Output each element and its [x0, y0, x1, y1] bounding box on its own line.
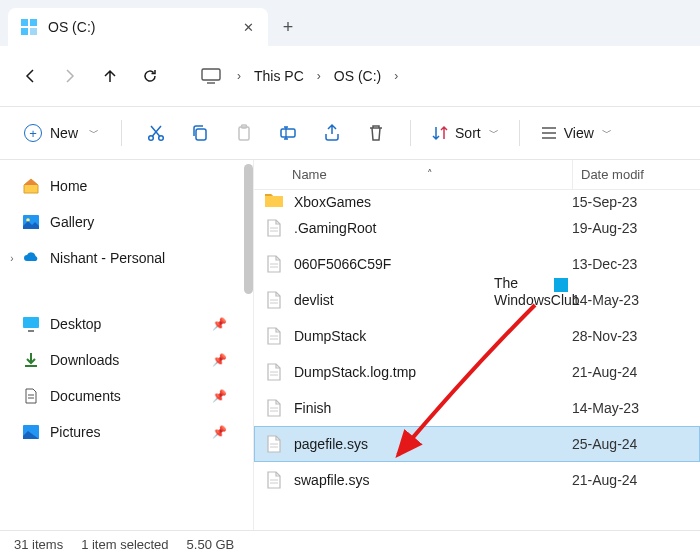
- column-date[interactable]: Date modif: [581, 167, 644, 182]
- command-toolbar: + New ﹀ Sort ﹀ View ﹀: [0, 106, 700, 160]
- file-date: 19-Aug-23: [572, 220, 637, 236]
- drive-icon: [20, 18, 38, 36]
- onedrive-icon: [22, 249, 40, 267]
- expand-icon[interactable]: ›: [4, 253, 20, 264]
- file-date: 14-May-23: [572, 400, 639, 416]
- sidebar-item-home[interactable]: Home: [4, 168, 249, 204]
- chevron-right-icon[interactable]: ›: [308, 69, 330, 83]
- chevron-down-icon: ﹀: [489, 126, 499, 140]
- file-name: pagefile.sys: [294, 436, 572, 452]
- column-name[interactable]: Name: [292, 167, 327, 182]
- tab-bar: OS (C:) ✕ +: [0, 0, 700, 46]
- pictures-icon: [22, 423, 40, 441]
- watermark-text: TheWindowsClub: [494, 275, 580, 309]
- table-row[interactable]: DumpStack28-Nov-23: [254, 318, 700, 354]
- cut-button[interactable]: [134, 113, 178, 153]
- file-date: 25-Aug-24: [572, 436, 637, 452]
- sidebar-scrollbar[interactable]: [244, 164, 253, 294]
- paste-button[interactable]: [222, 113, 266, 153]
- share-button[interactable]: [310, 113, 354, 153]
- view-label: View: [564, 125, 594, 141]
- refresh-button[interactable]: [130, 56, 170, 96]
- file-date: 21-Aug-24: [572, 472, 637, 488]
- gallery-icon: [22, 213, 40, 231]
- close-tab-icon[interactable]: ✕: [243, 20, 254, 35]
- content-area: Home Gallery › Nishant - Personal Deskto…: [0, 160, 700, 530]
- sidebar-item-onedrive[interactable]: › Nishant - Personal: [4, 240, 249, 276]
- svg-point-6: [159, 136, 164, 141]
- chevron-right-icon[interactable]: ›: [385, 69, 407, 83]
- sidebar-item-label: Home: [50, 178, 87, 194]
- file-date: 15-Sep-23: [572, 194, 637, 210]
- downloads-icon: [22, 351, 40, 369]
- breadcrumb-segment-thispc[interactable]: This PC: [250, 68, 308, 84]
- svg-rect-8: [239, 127, 249, 140]
- new-button[interactable]: + New ﹀: [14, 115, 109, 151]
- delete-button[interactable]: [354, 113, 398, 153]
- svg-rect-13: [23, 317, 39, 328]
- chevron-down-icon: ﹀: [89, 126, 99, 140]
- new-tab-button[interactable]: +: [268, 8, 308, 46]
- svg-rect-3: [30, 28, 37, 35]
- navigation-bar: › This PC › OS (C:) ›: [0, 46, 700, 106]
- svg-rect-4: [202, 69, 220, 80]
- chevron-right-icon[interactable]: ›: [228, 69, 250, 83]
- column-header[interactable]: Name˄ Date modif: [254, 160, 700, 190]
- back-button[interactable]: [10, 56, 50, 96]
- up-button[interactable]: [90, 56, 130, 96]
- rename-button[interactable]: [266, 113, 310, 153]
- breadcrumb[interactable]: › This PC › OS (C:) ›: [200, 56, 407, 96]
- sidebar-item-label: Documents: [50, 388, 121, 404]
- sidebar-item-label: Gallery: [50, 214, 94, 230]
- pin-icon[interactable]: 📌: [212, 389, 227, 403]
- divider: [121, 120, 122, 146]
- sort-label: Sort: [455, 125, 481, 141]
- desktop-icon: [22, 315, 40, 333]
- forward-button[interactable]: [50, 56, 90, 96]
- file-list: XboxGames15-Sep-23.GamingRoot19-Aug-2306…: [254, 190, 700, 498]
- file-name: DumpStack: [294, 328, 572, 344]
- sidebar: Home Gallery › Nishant - Personal Deskto…: [0, 160, 253, 530]
- sidebar-item-label: Desktop: [50, 316, 101, 332]
- table-row[interactable]: .GamingRoot19-Aug-23: [254, 210, 700, 246]
- copy-button[interactable]: [178, 113, 222, 153]
- status-bar: 31 items 1 item selected 5.50 GB: [0, 530, 700, 557]
- active-tab[interactable]: OS (C:) ✕: [8, 8, 268, 46]
- file-list-panel: Name˄ Date modif XboxGames15-Sep-23.Gami…: [253, 160, 700, 530]
- status-size: 5.50 GB: [187, 537, 235, 552]
- view-button[interactable]: View ﹀: [532, 115, 620, 151]
- file-name: .GamingRoot: [294, 220, 572, 236]
- plus-icon: +: [24, 124, 42, 142]
- table-row[interactable]: devlist14-May-23: [254, 282, 700, 318]
- table-row[interactable]: DumpStack.log.tmp21-Aug-24: [254, 354, 700, 390]
- table-row[interactable]: XboxGames15-Sep-23: [254, 190, 700, 210]
- breadcrumb-segment-drive[interactable]: OS (C:): [330, 68, 385, 84]
- table-row[interactable]: pagefile.sys25-Aug-24: [254, 426, 700, 462]
- file-name: swapfile.sys: [294, 472, 572, 488]
- sidebar-item-pictures[interactable]: Pictures 📌: [4, 414, 249, 450]
- sidebar-item-gallery[interactable]: Gallery: [4, 204, 249, 240]
- file-date: 13-Dec-23: [572, 256, 637, 272]
- documents-icon: [22, 387, 40, 405]
- sort-button[interactable]: Sort ﹀: [423, 115, 507, 151]
- divider: [519, 120, 520, 146]
- file-name: DumpStack.log.tmp: [294, 364, 572, 380]
- sidebar-item-documents[interactable]: Documents 📌: [4, 378, 249, 414]
- pin-icon[interactable]: 📌: [212, 317, 227, 331]
- file-date: 14-May-23: [572, 292, 639, 308]
- table-row[interactable]: swapfile.sys21-Aug-24: [254, 462, 700, 498]
- file-date: 21-Aug-24: [572, 364, 637, 380]
- sidebar-item-desktop[interactable]: Desktop 📌: [4, 306, 249, 342]
- pin-icon[interactable]: 📌: [212, 353, 227, 367]
- pc-icon: [200, 67, 222, 85]
- tab-title: OS (C:): [48, 19, 95, 35]
- status-count: 31 items: [14, 537, 63, 552]
- sidebar-item-label: Nishant - Personal: [50, 250, 165, 266]
- sidebar-item-downloads[interactable]: Downloads 📌: [4, 342, 249, 378]
- table-row[interactable]: 060F5066C59F13-Dec-23: [254, 246, 700, 282]
- pin-icon[interactable]: 📌: [212, 425, 227, 439]
- svg-rect-7: [196, 129, 206, 140]
- svg-rect-2: [21, 28, 28, 35]
- table-row[interactable]: Finish14-May-23: [254, 390, 700, 426]
- file-name: 060F5066C59F: [294, 256, 572, 272]
